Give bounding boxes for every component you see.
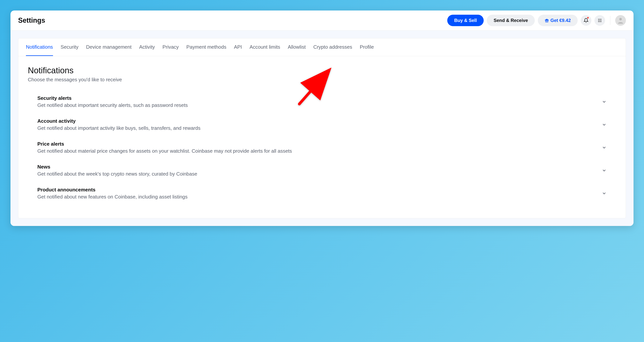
chevron-down-icon — [602, 168, 607, 173]
tab-activity[interactable]: Activity — [139, 38, 155, 56]
setting-title: News — [37, 164, 598, 170]
chevron-down-icon — [602, 145, 607, 150]
svg-point-6 — [598, 20, 599, 21]
setting-text: Product announcementsGet notified about … — [37, 187, 598, 200]
svg-point-8 — [601, 20, 602, 21]
chevron-down-icon — [602, 191, 607, 196]
buy-sell-button[interactable]: Buy & Sell — [447, 15, 484, 26]
section-title: Notifications — [28, 66, 616, 75]
tab-allowlist[interactable]: Allowlist — [288, 38, 306, 56]
header: Settings Buy & Sell Send & Receive Get €… — [10, 11, 634, 31]
avatar[interactable] — [615, 15, 626, 26]
tab-device-management[interactable]: Device management — [86, 38, 132, 56]
setting-title: Account activity — [37, 118, 598, 124]
setting-row-price-alerts[interactable]: Price alertsGet notified about material … — [28, 136, 616, 159]
setting-text: Price alertsGet notified about material … — [37, 141, 598, 154]
get-reward-label: Get €9.42 — [550, 18, 571, 23]
svg-point-3 — [598, 19, 599, 20]
header-actions: Buy & Sell Send & Receive Get €9.42 — [447, 15, 626, 26]
svg-point-9 — [598, 21, 599, 22]
content-area: NotificationsSecurityDevice managementAc… — [10, 31, 634, 226]
setting-desc: Get notified about important activity li… — [37, 125, 598, 131]
setting-title: Price alerts — [37, 141, 598, 147]
tab-api[interactable]: API — [234, 38, 242, 56]
tab-account-limits[interactable]: Account limits — [250, 38, 280, 56]
setting-desc: Get notified about the week's top crypto… — [37, 171, 598, 177]
grid-icon — [598, 18, 602, 23]
setting-desc: Get notified about material price change… — [37, 148, 598, 154]
page-title: Settings — [18, 17, 45, 25]
setting-row-security-alerts[interactable]: Security alertsGet notified about import… — [28, 90, 616, 113]
svg-point-4 — [600, 19, 600, 20]
tab-notifications[interactable]: Notifications — [26, 38, 53, 56]
svg-point-10 — [600, 21, 600, 22]
setting-row-news[interactable]: NewsGet notified about the week's top cr… — [28, 159, 616, 182]
chevron-down-icon — [602, 122, 607, 127]
tab-payment-methods[interactable]: Payment methods — [186, 38, 226, 56]
tab-privacy[interactable]: Privacy — [162, 38, 179, 56]
setting-row-product-announcements[interactable]: Product announcementsGet notified about … — [28, 182, 616, 205]
chevron-down-icon — [602, 99, 607, 104]
apps-grid-button[interactable] — [594, 15, 605, 26]
notification-dot — [587, 17, 589, 19]
setting-desc: Get notified about important security al… — [37, 102, 598, 108]
notifications-section: Notifications Choose the messages you'd … — [18, 56, 626, 218]
app-window: Settings Buy & Sell Send & Receive Get €… — [10, 11, 634, 226]
setting-text: Security alertsGet notified about import… — [37, 95, 598, 108]
gift-icon — [545, 18, 549, 23]
setting-row-account-activity[interactable]: Account activityGet notified about impor… — [28, 113, 616, 136]
settings-list: Security alertsGet notified about import… — [28, 90, 616, 205]
user-icon — [617, 17, 624, 24]
section-subtitle: Choose the messages you'd like to receiv… — [28, 77, 616, 83]
svg-point-12 — [619, 18, 622, 21]
svg-point-11 — [601, 21, 602, 22]
setting-text: NewsGet notified about the week's top cr… — [37, 164, 598, 177]
tab-crypto-addresses[interactable]: Crypto addresses — [313, 38, 352, 56]
svg-point-5 — [601, 19, 602, 20]
tab-profile[interactable]: Profile — [360, 38, 374, 56]
svg-point-7 — [600, 20, 600, 21]
setting-title: Product announcements — [37, 187, 598, 193]
get-reward-button[interactable]: Get €9.42 — [538, 15, 578, 26]
notifications-button[interactable] — [581, 15, 592, 26]
setting-desc: Get notified about new features on Coinb… — [37, 194, 598, 200]
tabs: NotificationsSecurityDevice managementAc… — [18, 38, 626, 56]
setting-title: Security alerts — [37, 95, 598, 101]
settings-panel: NotificationsSecurityDevice managementAc… — [18, 38, 626, 218]
header-divider — [610, 16, 610, 25]
send-receive-button[interactable]: Send & Receive — [487, 15, 535, 26]
tab-security[interactable]: Security — [61, 38, 78, 56]
setting-text: Account activityGet notified about impor… — [37, 118, 598, 131]
